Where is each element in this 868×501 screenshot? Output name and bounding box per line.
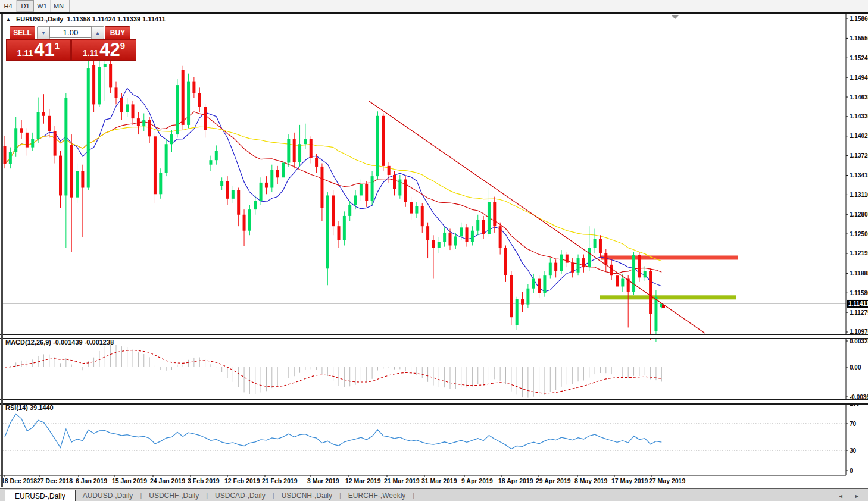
candle-body — [415, 206, 418, 214]
buy-button[interactable]: BUY — [105, 26, 130, 39]
date-axis-label: 27 May 2019 — [649, 477, 685, 484]
rsi-pane-separator[interactable] — [0, 399, 868, 405]
chart-tab-eurusd-daily[interactable]: EURUSD-,Daily — [5, 490, 76, 501]
date-axis-label: 31 Mar 2019 — [421, 477, 457, 484]
sell-arrow-marker — [662, 305, 665, 308]
chart-tab-usdcnh-daily[interactable]: USDCNH-,Daily — [274, 490, 339, 501]
price-axis-label: 1.15860 — [850, 15, 868, 22]
chart-tab-usdchf-daily[interactable]: USDCHF-,Daily — [142, 490, 206, 501]
candle-body — [504, 248, 507, 275]
candle-body — [566, 255, 569, 263]
candle-body — [443, 233, 446, 242]
date-axis-label: 12 Feb 2019 — [224, 477, 260, 484]
date-axis-label: 8 May 2019 — [574, 477, 608, 484]
price-axis-label: 1.14635 — [850, 94, 868, 101]
candle-body — [454, 236, 457, 245]
candle-body — [287, 139, 290, 163]
candlestick-layer — [4, 51, 663, 342]
candle-body — [187, 82, 190, 125]
candle-body — [365, 184, 368, 201]
date-axis-label: 12 Mar 2019 — [345, 477, 381, 484]
rsi-axis-label: 0 — [850, 468, 853, 474]
candle-body — [198, 93, 201, 107]
candle-body — [243, 215, 246, 231]
candle-body — [621, 279, 624, 287]
candle-body — [338, 226, 341, 240]
ma-fast-line — [5, 88, 661, 292]
volume-input[interactable] — [49, 26, 92, 38]
date-axis-label: 15 Jan 2019 — [112, 477, 147, 484]
candle-body — [293, 139, 296, 162]
volume-decrement-button[interactable]: ▼ — [37, 26, 50, 39]
price-axis-label: 1.11580 — [850, 290, 868, 296]
chart-shift-marker-icon[interactable] — [672, 15, 679, 19]
candle-body — [449, 233, 452, 246]
date-axis-label: 17 May 2019 — [611, 477, 648, 484]
candle-body — [204, 107, 207, 130]
price-axis-label: 1.14330 — [850, 113, 868, 120]
collapse-panel-icon[interactable]: ▲ — [6, 17, 11, 22]
support-level-bar[interactable] — [600, 295, 736, 299]
candle-body — [215, 151, 218, 160]
candle-body — [360, 184, 363, 195]
date-axis-label: 29 Apr 2019 — [536, 477, 571, 484]
chart-tab-eurchf-weekly[interactable]: EURCHF-,Weekly — [341, 490, 413, 501]
chart-tab-audusd-daily[interactable]: AUDUSD-,Daily — [76, 490, 140, 501]
price-axis-label: 1.12805 — [850, 211, 868, 218]
candle-body — [92, 65, 95, 105]
candle-body — [326, 195, 329, 268]
date-axis-label: 3 Mar 2019 — [307, 477, 339, 484]
candle-body — [393, 175, 396, 189]
chart-canvas[interactable]: 1.158601.155501.152451.149401.146351.143… — [0, 0, 868, 501]
candle-body — [315, 158, 318, 167]
timeframe-button-w1[interactable]: W1 — [34, 0, 51, 12]
candle-body — [137, 118, 140, 126]
date-axis-label: 21 Feb 2019 — [262, 477, 298, 484]
candle-body — [632, 255, 635, 292]
candle-body — [499, 226, 502, 248]
candle-body — [42, 112, 45, 115]
candle-body — [320, 167, 323, 208]
rsi-indicator-label: RSI(14) 39.1440 — [5, 404, 54, 411]
candle-body — [54, 131, 57, 156]
candle-body — [237, 190, 240, 215]
macd-pane-separator[interactable] — [0, 334, 868, 339]
buy-price-box[interactable]: 1.11 42 9 — [71, 39, 136, 61]
sell-button[interactable]: SELL — [10, 26, 35, 39]
candle-body — [226, 181, 229, 199]
downtrend-line[interactable] — [369, 101, 705, 333]
candle-body — [170, 134, 173, 144]
candle-body — [31, 139, 34, 148]
date-axis-label: 24 Jan 2019 — [150, 477, 185, 484]
candle-body — [260, 183, 263, 201]
chart-tab-usdcad-daily[interactable]: USDCAD-,Daily — [208, 490, 273, 501]
current-price-tag-text: 1.11411 — [848, 300, 868, 307]
candle-body — [482, 220, 485, 234]
timeframe-button-h4[interactable]: H4 — [0, 0, 17, 12]
candle-body — [182, 70, 185, 125]
timeframe-button-mn[interactable]: MN — [51, 0, 67, 12]
candle-body — [538, 279, 541, 293]
date-axis[interactable]: 18 Dec 201827 Dec 20186 Jan 201915 Jan 2… — [0, 475, 846, 484]
candle-body — [644, 271, 647, 278]
candle-body — [48, 116, 51, 131]
sell-price-box[interactable]: 1.11 41 1 — [6, 39, 71, 61]
candle-body — [476, 220, 479, 230]
candle-body — [421, 206, 424, 226]
timeframe-button-d1[interactable]: D1 — [17, 0, 34, 12]
candle-body — [254, 201, 257, 209]
candle-body — [432, 240, 435, 248]
volume-increment-button[interactable]: ▲ — [91, 26, 104, 39]
price-axis-label: 1.13110 — [850, 192, 868, 198]
price-axis-label: 1.15245 — [850, 55, 868, 61]
resistance-level-bar[interactable] — [601, 255, 738, 259]
tab-scroll-arrows[interactable]: ◄ ► — [838, 493, 864, 499]
candle-body — [554, 263, 557, 271]
candle-body — [270, 170, 273, 187]
candle-body — [549, 263, 552, 276]
candle-body — [521, 299, 524, 305]
macd-indicator-label: MACD(12,26,9) -0.001439 -0.001238 — [5, 339, 114, 346]
sell-price-frac: 1.11 — [17, 48, 33, 58]
date-axis-label: 21 Mar 2019 — [384, 477, 420, 484]
candle-body — [460, 227, 463, 236]
